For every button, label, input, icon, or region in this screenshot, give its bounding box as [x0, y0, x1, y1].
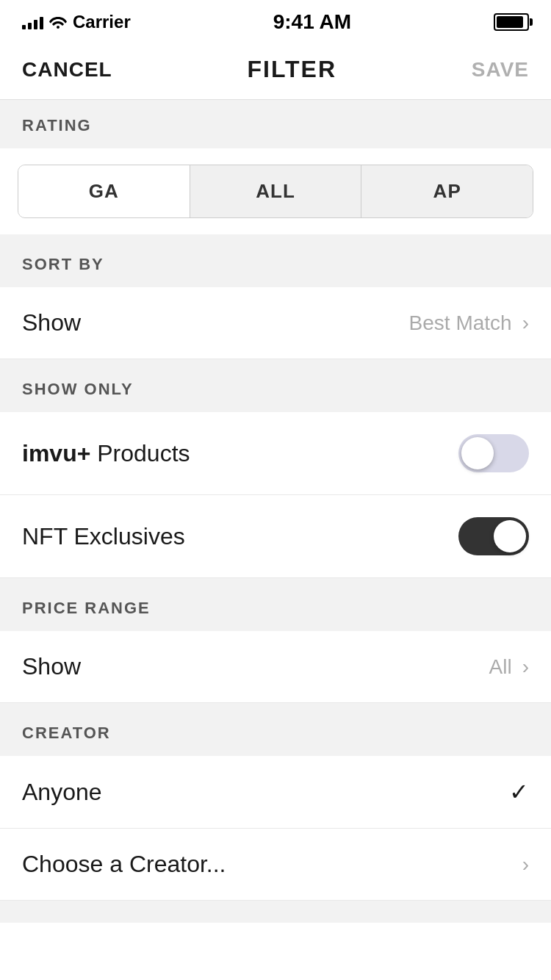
- rating-option-all[interactable]: ALL: [190, 165, 362, 217]
- creator-choose-chevron-icon: ›: [522, 853, 529, 876]
- carrier-label: Carrier: [73, 12, 131, 32]
- toggle-knob: [461, 437, 494, 469]
- price-range-row-right: All ›: [489, 655, 529, 679]
- rating-option-ap[interactable]: AP: [361, 165, 533, 217]
- nft-exclusives-toggle[interactable]: [458, 517, 529, 555]
- creator-anyone-row[interactable]: Anyone ✓: [0, 756, 551, 829]
- creator-section-header: CREATOR: [0, 707, 551, 756]
- battery-fill: [497, 16, 523, 28]
- imvu-products-toggle[interactable]: [458, 434, 529, 472]
- imvu-products-label: imvu+ Products: [22, 440, 190, 467]
- status-left: Carrier: [22, 12, 131, 32]
- price-range-chevron-icon: ›: [522, 655, 529, 679]
- page-title: FILTER: [247, 56, 336, 83]
- sort-by-label: SORT BY: [22, 255, 104, 273]
- rating-segment-container: GA ALL AP: [0, 148, 551, 234]
- wifi-icon: [49, 15, 67, 29]
- rating-section-header: RATING: [0, 100, 551, 148]
- price-range-section-header: PRICE RANGE: [0, 583, 551, 631]
- show-only-label: SHOW ONLY: [22, 380, 134, 398]
- creator-choose-row[interactable]: Choose a Creator... ›: [0, 829, 551, 901]
- sort-by-row-right: Best Match ›: [409, 311, 529, 335]
- sort-by-row[interactable]: Show Best Match ›: [0, 287, 551, 359]
- price-range-value: All: [489, 655, 512, 679]
- time-display: 9:41 AM: [273, 10, 351, 34]
- nft-exclusives-row: NFT Exclusives: [0, 495, 551, 578]
- rating-option-ga[interactable]: GA: [18, 165, 190, 217]
- save-button[interactable]: SAVE: [472, 58, 529, 82]
- sort-by-value: Best Match: [409, 311, 512, 335]
- creator-choose-label: Choose a Creator...: [22, 851, 226, 878]
- nft-exclusives-label: NFT Exclusives: [22, 523, 185, 550]
- creator-label: CREATOR: [22, 724, 111, 742]
- battery-indicator: [494, 13, 529, 31]
- imvu-products-row: imvu+ Products: [0, 412, 551, 495]
- spacer-5: [0, 901, 551, 923]
- show-only-section-header: SHOW ONLY: [0, 364, 551, 412]
- price-range-label: PRICE RANGE: [22, 599, 151, 617]
- status-bar: Carrier 9:41 AM: [0, 0, 551, 41]
- sort-by-section-header: SORT BY: [0, 239, 551, 287]
- sort-by-chevron-icon: ›: [522, 311, 529, 335]
- signal-bars-icon: [22, 15, 43, 29]
- creator-anyone-checkmark-icon: ✓: [509, 778, 529, 806]
- rating-segment-control: GA ALL AP: [18, 165, 533, 218]
- toggle-knob-2: [494, 520, 526, 552]
- price-range-row[interactable]: Show All ›: [0, 631, 551, 703]
- sort-by-row-label: Show: [22, 309, 81, 336]
- price-range-row-label: Show: [22, 653, 81, 680]
- creator-anyone-label: Anyone: [22, 779, 102, 806]
- cancel-button[interactable]: CANCEL: [22, 58, 112, 82]
- navigation-bar: CANCEL FILTER SAVE: [0, 41, 551, 100]
- battery-icon: [494, 13, 529, 31]
- rating-label: RATING: [22, 116, 92, 134]
